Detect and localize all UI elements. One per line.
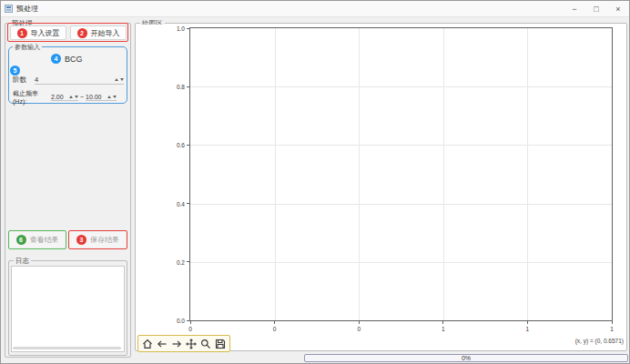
save-results-label: 保存结果 — [90, 235, 119, 245]
gridline-vertical — [275, 28, 276, 320]
y-tick-label: 0.0 — [177, 318, 185, 324]
badge-2: 2 — [77, 28, 87, 38]
forward-icon[interactable] — [171, 339, 182, 349]
gridline-vertical — [527, 28, 528, 320]
cutoff-high-value[interactable]: 10.00 — [86, 94, 106, 100]
x-tick-mark — [359, 320, 360, 324]
maximize-button[interactable]: □ — [585, 1, 607, 17]
x-tick-mark — [527, 320, 528, 324]
pan-icon[interactable] — [186, 339, 197, 349]
start-import-label: 开始导入 — [91, 28, 120, 38]
plot-axes[interactable]: 0001110.00.20.40.60.81.0 — [189, 27, 613, 321]
spin-up-icon[interactable] — [107, 96, 111, 98]
coords-readout: (x, y) = (0, 0.6571) — [514, 338, 624, 344]
window-title: 预处理 — [16, 4, 38, 14]
signal-type-select[interactable]: 4 BCG — [51, 54, 83, 64]
y-tick-mark — [187, 86, 190, 87]
params-group-title: 参数输入 — [13, 43, 42, 51]
cutoff-high-spinbox[interactable]: 10.00 — [86, 94, 117, 101]
order-label: 阶数 — [13, 76, 35, 85]
start-import-button[interactable]: 2 开始导入 — [70, 25, 127, 40]
badge-6: 6 — [16, 235, 26, 245]
cutoff-high-arrows[interactable] — [107, 96, 117, 98]
cutoff-low-arrows[interactable] — [69, 96, 78, 98]
cutoff-low-value[interactable]: 2.00 — [51, 94, 67, 100]
order-value[interactable]: 4 — [35, 76, 113, 84]
gridline-horizontal — [190, 204, 612, 205]
x-tick-mark — [612, 320, 613, 324]
y-tick-label: 0.2 — [177, 258, 185, 265]
x-tick-label: 1 — [442, 326, 445, 332]
gridline-vertical — [443, 28, 444, 320]
progress-label: 0% — [462, 355, 471, 361]
app-icon — [5, 5, 13, 13]
import-settings-label: 导入设置 — [31, 28, 60, 38]
x-tick-mark — [274, 320, 275, 324]
x-tick-label: 0 — [188, 326, 192, 332]
gridline-horizontal — [190, 145, 612, 146]
minimize-button[interactable]: − — [564, 1, 585, 17]
y-tick-mark — [187, 145, 190, 146]
spin-down-icon[interactable] — [113, 96, 117, 98]
signal-type-label: BCG — [65, 55, 83, 64]
log-group-title: 日志 — [14, 257, 31, 265]
y-tick-mark — [187, 261, 190, 262]
log-hscrollbar[interactable] — [13, 347, 121, 349]
spin-down-icon[interactable] — [120, 78, 124, 81]
view-results-label: 查看结果 — [30, 235, 59, 245]
gridline-horizontal — [190, 86, 612, 87]
gridline-horizontal — [190, 262, 612, 263]
x-tick-mark — [442, 320, 443, 324]
x-tick-label: 1 — [610, 326, 614, 332]
y-tick-label: 0.6 — [177, 142, 185, 148]
plot-nav-toolbar — [137, 335, 230, 352]
import-settings-button[interactable]: 1 导入设置 — [10, 25, 66, 40]
x-tick-mark — [190, 320, 191, 324]
badge-4: 4 — [51, 54, 61, 64]
spin-up-icon[interactable] — [69, 96, 73, 98]
app-window: 预处理 − □ × 预处理 1 导入设置 2 开始导入 参数输入 4 BCG 5… — [0, 0, 630, 364]
y-tick-label: 0.4 — [177, 200, 185, 207]
order-spin-arrows[interactable] — [115, 78, 124, 81]
gridline-vertical — [359, 28, 360, 320]
progress-bar: 0% — [304, 354, 628, 362]
x-tick-label: 0 — [273, 326, 277, 332]
y-tick-label: 1.0 — [177, 25, 185, 32]
view-results-button[interactable]: 6 查看结果 — [10, 232, 65, 248]
y-tick-label: 0.8 — [177, 84, 185, 90]
y-tick-mark — [187, 203, 190, 204]
save-results-button[interactable]: 3 保存结果 — [70, 232, 126, 248]
home-icon[interactable] — [142, 339, 153, 349]
cutoff-tilde: ~ — [78, 94, 86, 100]
y-tick-mark — [187, 320, 190, 321]
cutoff-label: 截止频率(Hz): — [13, 89, 51, 105]
x-tick-label: 1 — [526, 326, 530, 332]
title-bar: 预处理 − □ × — [1, 1, 629, 17]
x-tick-label: 0 — [357, 326, 361, 332]
badge-3: 3 — [76, 235, 86, 245]
save-icon[interactable] — [215, 339, 226, 349]
cutoff-row: 截止频率(Hz): 2.00 ~ 10.00 — [13, 89, 126, 105]
log-textarea[interactable] — [11, 266, 125, 352]
order-spinbox[interactable]: 4 — [35, 76, 124, 85]
order-row: 阶数 4 — [13, 76, 124, 85]
badge-5: 5 — [10, 66, 20, 76]
back-icon[interactable] — [157, 339, 168, 349]
cutoff-low-spinbox[interactable]: 2.00 — [51, 94, 78, 101]
badge-1: 1 — [17, 28, 27, 38]
close-button[interactable]: × — [607, 1, 629, 17]
zoom-icon[interactable] — [200, 339, 211, 349]
spin-up-icon[interactable] — [115, 78, 118, 81]
y-tick-mark — [187, 28, 190, 29]
